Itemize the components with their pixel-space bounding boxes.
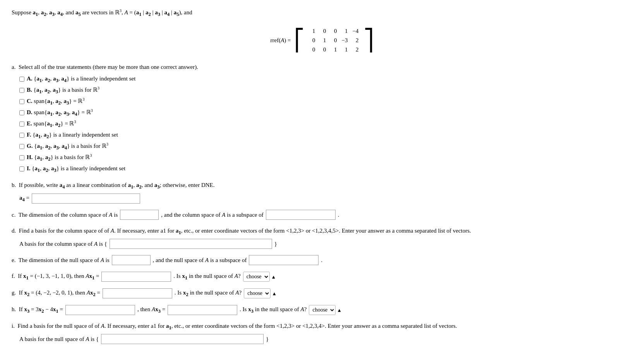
null-subspace-input[interactable]	[249, 255, 319, 265]
m21: 0	[318, 45, 329, 54]
matrix-section: rref(A) = ⎡ 1 0 0 1 −4 0 1 0 −3 2 0 0 1 …	[12, 25, 632, 55]
m14: 2	[350, 36, 361, 45]
part-e-text2: , and the null space of A is a subspace …	[153, 255, 247, 265]
part-h-text2: , then Ax3 =	[137, 305, 165, 315]
ax2-input[interactable]	[103, 288, 172, 298]
part-d-header: d. Find a basis for the column space of …	[12, 226, 632, 236]
part-e: e. The dimension of the null space of A …	[12, 255, 632, 265]
part-d-instruction: d. Find a basis for the column space of …	[12, 226, 471, 236]
part-g-row: g. If x2 = (4, −2, −2, 0, 1), then Ax2 =…	[12, 288, 632, 298]
m20: 0	[307, 45, 318, 54]
option-H: H. {a1, a2} is a basis for ℝ3	[19, 152, 632, 163]
checkbox-D[interactable]	[19, 110, 24, 115]
ax3-input[interactable]	[168, 305, 237, 315]
col-basis-label: A basis for the column space of A is {	[19, 239, 107, 248]
f-arrow: ▴	[272, 272, 275, 281]
option-C: C. span{a1, a2, a3} = ℝ3	[19, 96, 632, 107]
option-G: G. {a1, a2, a3, a4} is a basis for ℝ3	[19, 141, 632, 152]
checkbox-A[interactable]	[19, 77, 24, 82]
col-subspace-input[interactable]	[266, 210, 336, 220]
part-b: b. If possible, write a4 as a linear com…	[12, 180, 632, 204]
checkbox-E[interactable]	[19, 122, 24, 127]
col-basis-close: }	[274, 239, 277, 248]
option-I: I. {a1, a2, a3} is a linearly independen…	[19, 164, 632, 174]
part-c: c. The dimension of the column space of …	[12, 210, 632, 220]
m00: 1	[307, 26, 318, 36]
m12: 0	[329, 36, 339, 45]
option-A-label: A. {a1, a2, a3, a4} is a linearly indepe…	[27, 74, 135, 84]
part-a-header: a. Select all of the true statements (th…	[12, 62, 632, 72]
part-b-label: b. If possible, write a4 as a linear com…	[12, 180, 214, 191]
option-E: E. span{a1, a2} = ℝ3	[19, 119, 632, 129]
m24: 2	[350, 45, 361, 54]
bracket-left: ⎡	[294, 30, 305, 51]
h-arrow: ▴	[338, 305, 341, 315]
part-c-text2: , and the column space of A is a subspac…	[161, 210, 264, 219]
ax1-input[interactable]	[101, 272, 171, 282]
rref-label: rref(A) =	[270, 36, 291, 45]
checkbox-I[interactable]	[19, 166, 24, 171]
problem-header: Suppose a1, a2, a3, a4, and a5 are vecto…	[12, 8, 632, 18]
part-h-label: h. If x3 = 3x2 − 4x1 =	[12, 305, 63, 315]
part-a-label: a. Select all of the true statements (th…	[12, 62, 198, 72]
checkbox-H[interactable]	[19, 155, 24, 160]
option-H-label: H. {a1, a2} is a basis for ℝ3	[27, 152, 92, 163]
x3-input[interactable]	[65, 305, 135, 315]
part-g-text2: . Is x2 in the null space of A?	[175, 288, 242, 298]
null-basis-input[interactable]	[101, 334, 264, 344]
col-dim-input[interactable]	[120, 210, 159, 220]
part-d: d. Find a basis for the column space of …	[12, 226, 632, 249]
part-g: g. If x2 = (4, −2, −2, 0, 1), then Ax2 =…	[12, 288, 632, 298]
option-B: B. {a1, a2, a3} is a basis for ℝ3	[19, 85, 632, 96]
part-b-input-row: a4 =	[19, 193, 632, 204]
bracket-right: ⎤	[363, 30, 374, 51]
part-h-text3: . Is x3 in the null space of A?	[240, 305, 307, 315]
part-f: f. If x1 = (−1, 3, −1, 1, 0), then Ax1 =…	[12, 271, 632, 282]
part-c-row: c. The dimension of the column space of …	[12, 210, 632, 220]
g-arrow: ▴	[273, 289, 276, 298]
part-c-period: .	[338, 210, 339, 219]
part-g-label: g. If x2 = (4, −2, −2, 0, 1), then Ax2 =	[12, 288, 100, 298]
m23: 1	[339, 45, 350, 54]
null-basis-close: }	[266, 334, 269, 344]
part-e-period: .	[321, 255, 322, 265]
x2-null-select[interactable]: choose yes no	[244, 288, 271, 298]
checkbox-B[interactable]	[19, 88, 24, 93]
x1-null-select[interactable]: choose yes no	[243, 272, 270, 282]
part-e-row: e. The dimension of the null space of A …	[12, 255, 632, 265]
option-A: A. {a1, a2, a3, a4} is a linearly indepe…	[19, 74, 632, 84]
option-D-label: D. span{a1, a2, a3, a4} = ℝ3	[27, 108, 93, 118]
m10: 0	[307, 36, 318, 45]
checkbox-C[interactable]	[19, 99, 24, 104]
checkbox-G[interactable]	[19, 144, 24, 149]
x3-null-select[interactable]: choose yes no	[309, 305, 336, 315]
part-a: a. Select all of the true statements (th…	[12, 62, 632, 174]
m13: −3	[339, 36, 350, 45]
option-B-label: B. {a1, a2, a3} is a basis for ℝ3	[27, 85, 99, 96]
matrix-bracket-container: ⎡ 1 0 0 1 −4 0 1 0 −3 2 0 0 1 1 2 ⎤	[294, 25, 374, 55]
checkbox-F[interactable]	[19, 133, 24, 138]
part-b-header: b. If possible, write a4 as a linear com…	[12, 180, 632, 191]
part-h-row: h. If x3 = 3x2 − 4x1 = , then Ax3 = . Is…	[12, 305, 632, 315]
part-d-input-row: A basis for the column space of A is { }	[19, 239, 632, 249]
option-I-label: I. {a1, a2, a3} is a linearly independen…	[27, 164, 125, 174]
option-E-label: E. span{a1, a2} = ℝ3	[27, 119, 76, 129]
col-basis-input[interactable]	[110, 239, 272, 249]
part-f-label: f. If x1 = (−1, 3, −1, 1, 0), then Ax1 =	[12, 271, 99, 282]
option-F-label: F. {a1, a2} is a linearly independent se…	[27, 130, 118, 140]
null-basis-label: A basis for the null space of A is {	[19, 334, 99, 344]
matrix-grid: 1 0 0 1 −4 0 1 0 −3 2 0 0 1 1 2	[305, 25, 363, 55]
option-G-label: G. {a1, a2, a3, a4} is a basis for ℝ3	[27, 141, 108, 152]
part-e-label: e. The dimension of the null space of A …	[12, 255, 110, 265]
m01: 0	[318, 26, 329, 36]
part-h: h. If x3 = 3x2 − 4x1 = , then Ax3 = . Is…	[12, 305, 632, 315]
part-i: i. Find a basis for the null space of of…	[12, 321, 632, 344]
m03: 1	[339, 26, 350, 36]
a4-input[interactable]	[32, 194, 140, 204]
part-i-instruction: i. Find a basis for the null space of of…	[12, 321, 457, 332]
null-dim-input[interactable]	[112, 255, 151, 265]
part-f-text2: . Is x1 in the null space of A?	[173, 271, 240, 282]
m11: 1	[318, 36, 329, 45]
matrix-equation: rref(A) = ⎡ 1 0 0 1 −4 0 1 0 −3 2 0 0 1 …	[270, 25, 373, 55]
part-a-options: A. {a1, a2, a3, a4} is a linearly indepe…	[19, 74, 632, 174]
